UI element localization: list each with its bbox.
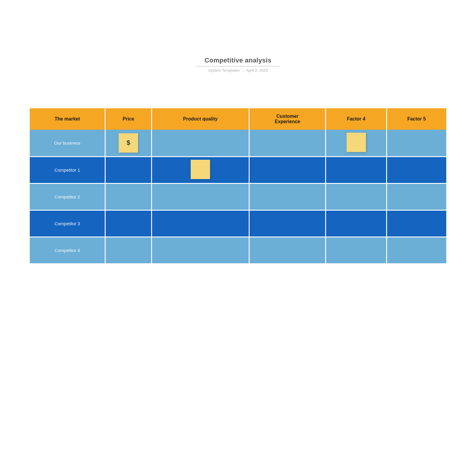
subtitle-date: April 2, 2025	[246, 68, 268, 73]
col-header-factor4: Factor 4	[326, 108, 386, 130]
cell-competitor3-product-quality	[151, 210, 249, 237]
cell-competitor1-product-quality[interactable]	[151, 156, 249, 183]
cell-competitor2-customer-experience	[249, 183, 326, 210]
sticky-note-empty-factor4[interactable]	[347, 133, 366, 152]
cell-our-business-price[interactable]: $	[105, 130, 152, 156]
table-row: Competitor 1	[30, 156, 446, 183]
cell-competitor1-customer-experience	[249, 156, 326, 183]
row-label-competitor4: Competitor 4	[30, 237, 105, 264]
cell-competitor2-factor5	[386, 183, 446, 210]
header-row: The market Price Product quality Custome…	[30, 108, 446, 130]
cell-competitor2-product-quality	[151, 183, 249, 210]
col-header-factor5: Factor 5	[386, 108, 446, 130]
row-label-competitor2: Competitor 2	[30, 183, 105, 210]
cell-competitor2-factor4	[326, 183, 386, 210]
page-title: Competitive analysis	[196, 57, 280, 64]
cell-competitor3-price	[105, 210, 152, 237]
cell-our-business-factor4[interactable]	[326, 130, 386, 156]
cell-competitor3-factor4	[326, 210, 386, 237]
cell-competitor4-factor5	[386, 237, 446, 264]
competitive-analysis-table: The market Price Product quality Custome…	[30, 108, 446, 264]
table-row: Our business $	[30, 130, 446, 156]
subtitle-separator: |	[242, 68, 243, 73]
title-underline	[196, 66, 280, 66]
cell-our-business-customer-experience	[249, 130, 326, 156]
row-label-competitor3: Competitor 3	[30, 210, 105, 237]
cell-competitor4-product-quality	[151, 237, 249, 264]
cell-competitor3-customer-experience	[249, 210, 326, 237]
cell-competitor1-factor5	[386, 156, 446, 183]
analysis-grid: The market Price Product quality Custome…	[30, 108, 446, 264]
cell-competitor4-factor4	[326, 237, 386, 264]
table-row: Competitor 4	[30, 237, 446, 264]
cell-competitor4-customer-experience	[249, 237, 326, 264]
col-header-price: Price	[105, 108, 152, 130]
cell-our-business-factor5	[386, 130, 446, 156]
page-header: Competitive analysis System Templates | …	[196, 57, 280, 73]
cell-competitor4-price	[105, 237, 152, 264]
cell-competitor3-factor5	[386, 210, 446, 237]
col-header-market: The market	[30, 108, 105, 130]
row-label-competitor1: Competitor 1	[30, 156, 105, 183]
sticky-note-dollar[interactable]: $	[119, 133, 138, 153]
cell-competitor2-price	[105, 183, 152, 210]
cell-competitor1-price	[105, 156, 152, 183]
cell-our-business-product-quality	[151, 130, 249, 156]
subtitle-template: System Templates	[208, 68, 240, 73]
row-label-our-business: Our business	[30, 130, 105, 156]
col-header-customer-experience: CustomerExperience	[249, 108, 326, 130]
page-subtitle: System Templates | April 2, 2025	[196, 68, 280, 73]
col-header-product-quality: Product quality	[151, 108, 249, 130]
table-row: Competitor 3	[30, 210, 446, 237]
cell-competitor1-factor4	[326, 156, 386, 183]
sticky-note-empty-product-quality[interactable]	[191, 160, 210, 179]
table-row: Competitor 2	[30, 183, 446, 210]
